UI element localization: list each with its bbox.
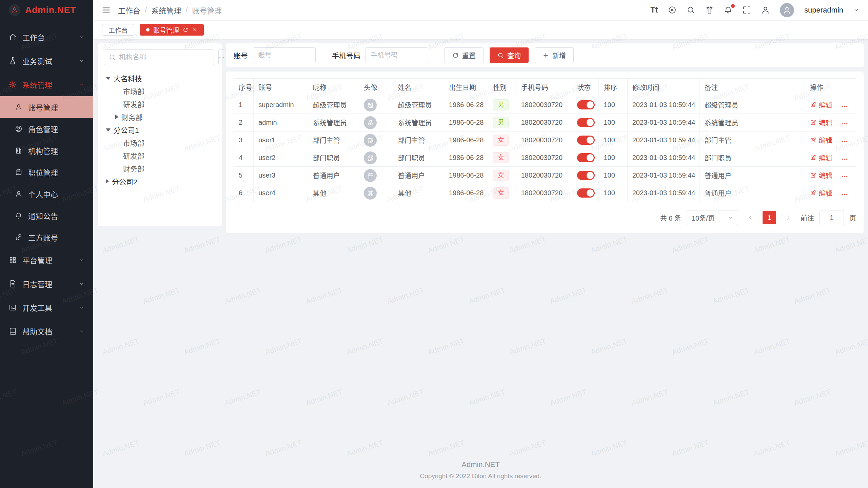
search-icon[interactable] [687, 6, 695, 14]
more-actions-button[interactable] [841, 173, 848, 180]
sidebar-item-personal-center[interactable]: 个人中心 [0, 183, 93, 205]
sidebar-item-position-mgmt[interactable]: 职位管理 [0, 161, 93, 183]
cell-nickname: 普通用户 [308, 167, 359, 184]
edit-button[interactable]: 编辑 [810, 188, 832, 198]
tab-account-mgmt[interactable]: 账号管理 [140, 24, 204, 36]
tree-node[interactable]: 研发部 [104, 98, 216, 110]
tree-node[interactable]: 市场部 [104, 136, 216, 149]
sidebar-item-platform-mgmt[interactable]: 平台管理 [0, 248, 93, 272]
tree-node[interactable]: 财务部 [104, 110, 216, 123]
sidebar-item-business-test[interactable]: 业务测试 [0, 49, 93, 73]
cell-gender: 女 [488, 167, 516, 184]
tree-node[interactable]: 市场部 [104, 85, 216, 98]
status-toggle[interactable] [577, 153, 595, 162]
caret-right-icon[interactable] [106, 179, 109, 184]
sidebar-item-account-mgmt[interactable]: 账号管理 [0, 96, 93, 118]
status-toggle[interactable] [577, 188, 595, 198]
sidebar-item-label: 角色管理 [28, 123, 93, 134]
chevron-up-icon [79, 82, 84, 87]
username[interactable]: superadmin [804, 6, 843, 15]
cell-remark: 系统管理员 [699, 114, 805, 131]
add-button[interactable]: 新增 [535, 47, 574, 63]
goto-page-input[interactable] [820, 210, 844, 225]
query-form: 账号 手机号码 重置 查询 新增 [226, 43, 864, 67]
breadcrumb-item-workbench[interactable]: 工作台 [118, 5, 140, 16]
sidebar-item-workbench[interactable]: 工作台 [0, 25, 93, 49]
tree-node[interactable]: 研发部 [104, 149, 216, 162]
sidebar-item-help-docs[interactable]: 帮助文档 [0, 319, 93, 343]
more-actions-button[interactable] [841, 138, 848, 145]
font-size-icon[interactable]: Tt [650, 5, 658, 15]
breadcrumb-item-system-mgmt[interactable]: 系统管理 [151, 5, 181, 16]
edit-button[interactable]: 编辑 [810, 100, 832, 110]
org-search-input[interactable] [119, 54, 209, 61]
app-logo[interactable]: Admin.NET [0, 0, 93, 20]
cell-status [572, 149, 599, 167]
column-header: 出生日期 [444, 79, 488, 96]
badge-icon [15, 168, 22, 176]
sidebar-item-system-mgmt[interactable]: 系统管理 [0, 73, 93, 96]
sidebar-item-dev-tools[interactable]: 开发工具 [0, 296, 93, 319]
status-toggle[interactable] [577, 171, 595, 180]
sidebar-item-org-mgmt[interactable]: 机构管理 [0, 140, 93, 161]
status-toggle[interactable] [577, 100, 595, 109]
chevron-down-icon[interactable] [853, 7, 859, 13]
tree-node[interactable]: 财务部 [104, 162, 216, 175]
more-actions-button[interactable] [841, 103, 848, 110]
theme-skin-icon[interactable] [705, 6, 714, 14]
next-page-button[interactable] [782, 211, 795, 224]
tree-node-label: 市场部 [123, 86, 144, 96]
close-icon[interactable] [192, 27, 197, 33]
user-avatar[interactable] [780, 3, 794, 17]
caret-right-icon[interactable] [115, 115, 118, 119]
edit-icon [810, 137, 816, 143]
fullscreen-icon[interactable] [743, 6, 751, 14]
user-icon[interactable] [761, 6, 770, 14]
tree-node-label: 研发部 [123, 150, 144, 161]
accounts-table-card: 序号 账号 昵称 头像 姓名 出生日期 性别 手机号码 状态 排序 修改时间 备… [226, 72, 864, 233]
cell-birthday: 1986-06-28 [444, 184, 488, 202]
org-search-field[interactable] [104, 49, 214, 65]
search-button[interactable]: 查询 [490, 47, 529, 63]
sidebar-item-role-mgmt[interactable]: 角色管理 [0, 118, 93, 140]
edit-button[interactable]: 编辑 [810, 118, 832, 127]
tab-workbench[interactable]: 工作台 [102, 24, 134, 36]
column-header: 操作 [805, 79, 856, 96]
component-size-icon[interactable] [668, 6, 676, 14]
phone-input[interactable] [366, 47, 428, 63]
cell-actions: 编辑 [805, 96, 856, 114]
cell-modified: 2023-01-03 10:59:44 [627, 149, 699, 167]
notifications-bell-icon[interactable] [724, 6, 732, 14]
more-actions-button[interactable] [841, 120, 848, 127]
main-content: ··· 大名科技 市场部 研发部 财务部 分公司1 市场部 研发部 财务部 分公… [93, 39, 868, 233]
page-size-select[interactable]: 10条/页 [687, 210, 738, 225]
menu-toggle-icon[interactable] [102, 6, 111, 14]
status-toggle[interactable] [577, 136, 595, 145]
cell-birthday: 1986-06-28 [444, 149, 488, 167]
sidebar-item-label: 个人中心 [28, 188, 93, 199]
sidebar-item-label: 帮助文档 [22, 326, 79, 337]
status-toggle[interactable] [577, 118, 595, 127]
sidebar-menu: 工作台 业务测试 系统管理 账号管理 角色管理 [0, 20, 93, 343]
page-number-button[interactable]: 1 [763, 211, 776, 224]
edit-button[interactable]: 编辑 [810, 170, 832, 180]
footer: Admin.NET Copyright © 2022 Dilon All rig… [93, 460, 868, 480]
refresh-icon[interactable] [183, 27, 188, 33]
tree-node[interactable]: 分公司2 [104, 175, 216, 188]
caret-down-icon[interactable] [106, 128, 111, 131]
active-tab-dot [146, 28, 150, 32]
tree-node[interactable]: 大名科技 [104, 72, 216, 85]
more-actions-button[interactable] [841, 156, 848, 163]
sidebar-item-third-party-account[interactable]: 三方账号 [0, 226, 93, 248]
tree-node[interactable]: 分公司1 [104, 123, 216, 136]
edit-button[interactable]: 编辑 [810, 153, 832, 163]
sidebar-item-label: 系统管理 [22, 79, 79, 90]
account-input[interactable] [253, 47, 316, 63]
prev-page-button[interactable] [744, 211, 757, 224]
more-actions-button[interactable] [841, 191, 848, 198]
reset-button[interactable]: 重置 [445, 47, 484, 63]
sidebar-item-notice[interactable]: 通知公告 [0, 205, 93, 226]
edit-button[interactable]: 编辑 [810, 135, 832, 145]
caret-down-icon[interactable] [106, 77, 111, 80]
sidebar-item-log-mgmt[interactable]: 日志管理 [0, 272, 93, 296]
